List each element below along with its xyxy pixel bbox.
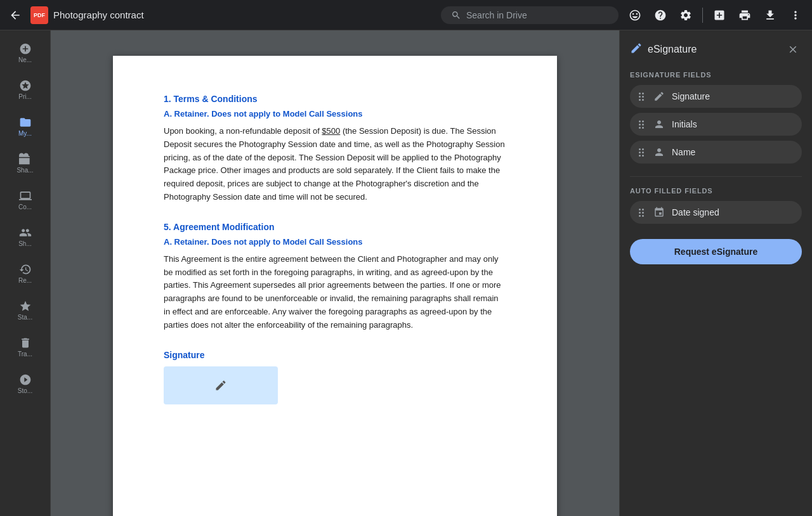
drag-handle-date <box>639 209 646 217</box>
more-button[interactable] <box>784 4 807 27</box>
sidebar-trash-label: Tra... <box>18 351 32 358</box>
signature-pen-icon <box>214 379 227 392</box>
esig-fields-title: ESIGNATURE FIELDS <box>630 71 802 79</box>
topbar: PDF Photography contract <box>0 0 812 30</box>
date-signed-label: Date signed <box>672 207 793 217</box>
main-area: Ne... Pri... My... Sha... Co... <box>0 30 812 516</box>
deposit-amount: $500 <box>322 126 340 136</box>
search-icon <box>451 10 461 20</box>
section-5-heading: 5. Agreement Modification <box>164 222 506 232</box>
topbar-right <box>624 4 807 27</box>
sidebar-item-trash[interactable]: Tra... <box>6 330 44 364</box>
sidebar-item-recent[interactable]: Re... <box>6 256 44 290</box>
signature-box[interactable] <box>164 366 278 404</box>
sidebar-new-label: Ne... <box>18 56 32 63</box>
signature-section: Signature <box>164 350 506 404</box>
sidebar-item-shared[interactable]: Sha... <box>6 146 44 180</box>
pdf-icon: PDF <box>30 6 48 24</box>
field-initials[interactable]: Initials <box>630 113 802 136</box>
section-1-heading: 1. Terms & Conditions <box>164 94 506 104</box>
field-signature[interactable]: Signature <box>630 85 802 108</box>
sidebar-shared-label: Sha... <box>16 167 33 174</box>
esig-title-row: eSignature <box>630 42 697 57</box>
sidebar: Ne... Pri... My... Sha... Co... <box>0 30 51 516</box>
sidebar-recent-label: Re... <box>18 277 32 284</box>
emoji-button[interactable] <box>624 4 646 27</box>
initials-field-label: Initials <box>672 119 793 129</box>
sidebar-item-computers[interactable]: Co... <box>6 183 44 217</box>
esig-title: eSignature <box>648 44 697 55</box>
section-5-paragraph: This Agreement is the entire agreement b… <box>164 253 506 332</box>
drag-handle-signature <box>639 93 646 101</box>
sidebar-item-new[interactable]: Ne... <box>6 35 44 70</box>
sidebar-item-storage[interactable]: Sto... <box>6 366 44 401</box>
signature-field-icon <box>653 90 665 103</box>
help-button[interactable] <box>649 4 672 27</box>
esignature-panel: eSignature ESIGNATURE FIELDS Signature <box>619 30 812 516</box>
name-field-label: Name <box>672 147 793 157</box>
date-signed-icon <box>653 206 665 219</box>
pen-icon <box>630 42 643 57</box>
initials-field-icon <box>653 118 665 131</box>
drag-handle-name <box>639 148 646 157</box>
print-button[interactable] <box>733 4 756 27</box>
search-input[interactable] <box>466 10 606 20</box>
request-esignature-button[interactable]: Request eSignature <box>630 239 802 264</box>
esig-header: eSignature <box>630 41 802 58</box>
document-page: 1. Terms & Conditions A. Retainer. Does … <box>113 56 557 516</box>
sidebar-item-starred[interactable]: Sta... <box>6 293 44 327</box>
divider <box>630 176 802 177</box>
sidebar-my-label: My... <box>18 130 32 137</box>
signature-field-label: Signature <box>672 91 793 101</box>
field-name[interactable]: Name <box>630 141 802 164</box>
search-box[interactable] <box>441 6 619 24</box>
sidebar-shared2-label: Sh... <box>18 240 32 247</box>
sidebar-item-my[interactable]: My... <box>6 109 44 143</box>
auto-fields-title: AUTO FILLED FIELDS <box>630 187 802 195</box>
sidebar-starred-label: Sta... <box>18 314 32 321</box>
sidebar-item-pricing[interactable]: Pri... <box>6 72 44 106</box>
drag-handle-initials <box>639 120 646 129</box>
back-button[interactable] <box>5 5 25 25</box>
add-button[interactable] <box>708 4 731 27</box>
signature-label: Signature <box>164 350 506 360</box>
section-1: 1. Terms & Conditions A. Retainer. Does … <box>164 94 506 204</box>
document-area: 1. Terms & Conditions A. Retainer. Does … <box>51 30 619 516</box>
sidebar-pricing-label: Pri... <box>18 93 32 100</box>
topbar-left: PDF Photography contract <box>5 5 436 25</box>
document-title: Photography contract <box>53 10 144 20</box>
separator <box>702 8 703 23</box>
download-button[interactable] <box>759 4 782 27</box>
close-button[interactable] <box>784 41 802 58</box>
sidebar-item-shared2[interactable]: Sh... <box>6 219 44 254</box>
field-date-signed[interactable]: Date signed <box>630 201 802 224</box>
section-5: 5. Agreement Modification A. Retainer. D… <box>164 222 506 332</box>
sidebar-storage-label: Sto... <box>18 387 32 394</box>
section-1-paragraph: Upon booking, a non-refundable deposit o… <box>164 125 506 204</box>
section-1-sub-heading: A. Retainer. Does not apply to Model Cal… <box>164 109 506 119</box>
sidebar-computers-label: Co... <box>18 203 32 210</box>
settings-button[interactable] <box>674 4 697 27</box>
section-5-sub-heading: A. Retainer. Does not apply to Model Cal… <box>164 237 506 247</box>
name-field-icon <box>653 146 665 158</box>
